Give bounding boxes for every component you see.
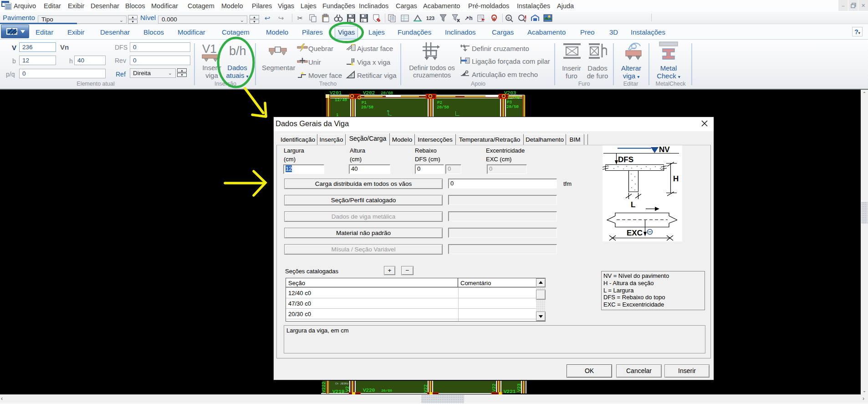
svg-text:V219: V219 xyxy=(332,389,344,394)
svg-text:V222: V222 xyxy=(322,382,327,393)
svg-text:V202: V202 xyxy=(363,90,375,96)
svg-text:Ch JB3Rd: Ch JB3Rd xyxy=(335,382,348,385)
svg-text:P2: P2 xyxy=(437,101,442,105)
svg-text:V23: V23 xyxy=(517,384,522,392)
svg-text:B: B xyxy=(508,16,510,20)
svg-text:V201: V201 xyxy=(330,90,342,96)
svg-text:20/50: 20/50 xyxy=(437,105,449,110)
svg-text:V220: V220 xyxy=(363,388,375,393)
svg-text:V221: V221 xyxy=(504,389,516,394)
svg-text:12/40: 12/40 xyxy=(507,96,520,100)
svg-text:V22: V22 xyxy=(492,384,497,392)
svg-text:P3: P3 xyxy=(507,100,512,105)
svg-text:20/50: 20/50 xyxy=(506,105,519,109)
svg-text:20/50: 20/50 xyxy=(361,105,373,110)
svg-text:20/60: 20/60 xyxy=(381,91,393,96)
svg-text:V2: V2 xyxy=(345,386,350,392)
svg-text:B: B xyxy=(349,19,351,22)
svg-text:V203: V203 xyxy=(504,90,516,96)
svg-text:P1: P1 xyxy=(362,101,367,105)
svg-text:12/40: 12/40 xyxy=(335,98,347,102)
svg-text:20/60: 20/60 xyxy=(381,389,392,393)
svg-text:V22: V22 xyxy=(424,384,429,393)
svg-text:D: D xyxy=(362,19,364,22)
